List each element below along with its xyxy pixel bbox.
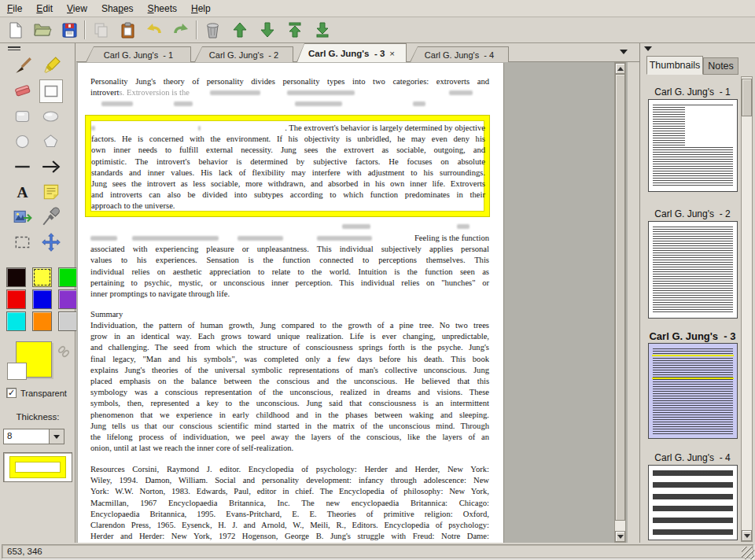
thumbnail-label-3-active[interactable]: Carl G. Jung's - 3 xyxy=(642,330,743,342)
save-button[interactable] xyxy=(58,19,80,41)
tab-notes[interactable]: Notes xyxy=(703,57,738,75)
move-up-button[interactable] xyxy=(229,19,251,41)
smudged-text xyxy=(238,236,283,241)
color-swatch-blue[interactable] xyxy=(32,289,52,309)
thumbnail-label-2[interactable]: Carl G. Jung's - 2 xyxy=(642,208,743,219)
document-page[interactable]: Personality Jung's theory of personality… xyxy=(78,63,504,543)
undo-button[interactable] xyxy=(143,19,165,41)
thickness-dropdown-button[interactable] xyxy=(50,429,64,444)
tab-jung-2[interactable]: Carl G. Jung's - 2 xyxy=(194,46,293,62)
color-swatch-red[interactable] xyxy=(6,289,26,309)
highlighter-tool[interactable] xyxy=(39,54,63,78)
document-canvas[interactable]: Personality Jung's theory of personality… xyxy=(76,62,628,543)
menu-edit[interactable]: Edit xyxy=(29,1,60,17)
tab-label: Carl G. Jung's - 2 xyxy=(209,50,278,60)
thickness-combobox[interactable]: 8 xyxy=(3,429,64,444)
note-tool[interactable] xyxy=(39,180,63,204)
thumbnail-list[interactable]: Carl G. Jung's - 1 Carl G. Jung's - 2 Ca… xyxy=(642,75,743,540)
new-document-button[interactable] xyxy=(5,19,27,41)
side-panel: Thumbnails Notes Carl G. Jung's - 1 Carl… xyxy=(639,43,755,543)
paint-brush-tool[interactable] xyxy=(11,54,35,78)
eraser-tool[interactable] xyxy=(11,79,35,103)
panel-dropdown[interactable] xyxy=(644,46,652,51)
document-text-line: onion, until at last we reach the inner … xyxy=(90,443,489,454)
document-text-line: Individuation, the pattern of human grow… xyxy=(90,320,489,331)
move-down-button[interactable] xyxy=(256,19,278,41)
redo-button[interactable] xyxy=(170,19,192,41)
thickness-value: 8 xyxy=(3,429,50,444)
move-tool[interactable] xyxy=(39,230,63,254)
thumbnail-page-4[interactable] xyxy=(648,465,738,540)
dropdown-arrow-icon xyxy=(644,46,652,51)
menu-file[interactable]: File xyxy=(0,1,29,17)
document-text-line: and introverts can also be divided into … xyxy=(91,190,485,201)
paste-button[interactable] xyxy=(116,19,138,41)
circle-tool[interactable] xyxy=(11,130,35,153)
move-to-bottom-button[interactable] xyxy=(311,19,333,41)
color-swatch-black[interactable] xyxy=(6,267,26,287)
menu-help[interactable]: Help xyxy=(184,1,218,17)
tab-jung-3-active[interactable]: Carl G. Jung's - 3 × xyxy=(296,43,407,62)
smudged-text xyxy=(101,101,133,106)
main-toolbar xyxy=(0,17,755,43)
document-text-fragment: Feeling is the function xyxy=(414,233,489,244)
move-to-top-button[interactable] xyxy=(284,19,306,41)
arrow-to-bottom-icon xyxy=(314,21,331,39)
open-button[interactable] xyxy=(31,19,53,41)
palette-drag-handle[interactable] xyxy=(8,46,20,50)
color-swatch-gray[interactable] xyxy=(58,311,78,331)
thumbnail-page-3-selected[interactable] xyxy=(648,343,738,439)
undo-icon xyxy=(145,20,164,39)
line-tool[interactable] xyxy=(11,155,35,179)
document-text-line: explains Jung's theories of the universa… xyxy=(90,365,489,376)
tab-close-button[interactable]: × xyxy=(389,49,395,58)
menu-shapes[interactable]: Shapes xyxy=(94,1,141,17)
document-text-fragment: . The extrovert's behavior is largely de… xyxy=(285,123,485,134)
panel-scrollbar[interactable] xyxy=(741,76,753,542)
document-text-line: own inner needs to fulfill external nece… xyxy=(91,145,485,156)
tab-thumbnails[interactable]: Thumbnails xyxy=(646,56,703,75)
color-swatch-yellow[interactable] xyxy=(32,267,52,287)
document-text-line: symbology was a conscious representation… xyxy=(90,387,489,398)
thumbnail-page-1[interactable] xyxy=(648,99,738,192)
image-tool[interactable] xyxy=(11,205,35,229)
color-swatch-cyan[interactable] xyxy=(6,311,26,331)
scroll-down-button[interactable] xyxy=(742,530,752,541)
intro-paragraph: Personality Jung's theory of personality… xyxy=(90,76,489,110)
filled-rounded-rectangle-tool[interactable] xyxy=(11,105,35,128)
thumbnail-page-2[interactable] xyxy=(648,221,738,319)
text-tool[interactable]: A xyxy=(11,180,35,204)
document-text-line: optimistic. The introvert's behavior is … xyxy=(91,157,485,168)
copy-button[interactable] xyxy=(90,19,112,41)
menu-view[interactable]: View xyxy=(60,1,94,17)
polygon-tool[interactable] xyxy=(39,130,63,153)
thumbnail-label-1[interactable]: Carl G. Jung's - 1 xyxy=(642,87,743,98)
scroll-up-icon xyxy=(617,67,624,71)
arrow-tool[interactable] xyxy=(39,155,63,179)
color-swatch-green[interactable] xyxy=(58,267,78,287)
scrollbar-thumb[interactable] xyxy=(615,74,625,521)
color-swatch-purple[interactable] xyxy=(58,289,78,309)
select-tool[interactable] xyxy=(11,230,35,254)
menu-sheets[interactable]: Sheets xyxy=(141,1,184,17)
tab-list-dropdown[interactable] xyxy=(620,50,628,54)
background-color-swatch[interactable] xyxy=(7,363,27,380)
rectangle-tool[interactable] xyxy=(39,79,63,103)
delete-button[interactable] xyxy=(201,19,223,41)
selection-rectangle-icon xyxy=(13,232,33,252)
scrollbar-thumb[interactable] xyxy=(742,79,752,116)
paint-brush-icon xyxy=(13,56,33,76)
scroll-down-button[interactable] xyxy=(615,531,625,542)
window-resize-grip[interactable] xyxy=(742,547,754,559)
color-swatch-orange[interactable] xyxy=(32,311,52,331)
tab-jung-1[interactable]: Carl G. Jung's - 1 xyxy=(86,46,191,62)
swap-colors-icon[interactable] xyxy=(57,344,71,359)
document-scrollbar[interactable] xyxy=(614,62,626,543)
color-picker-tool[interactable] xyxy=(39,205,63,229)
ellipse-tool[interactable] xyxy=(39,105,63,128)
scroll-up-button[interactable] xyxy=(615,63,625,74)
transparent-checkbox[interactable]: ✓ xyxy=(6,388,17,398)
tab-jung-4[interactable]: Carl G. Jung's - 4 xyxy=(410,46,509,62)
scroll-down-icon xyxy=(744,534,750,538)
thumbnail-label-4[interactable]: Carl G. Jung's - 4 xyxy=(642,452,743,463)
